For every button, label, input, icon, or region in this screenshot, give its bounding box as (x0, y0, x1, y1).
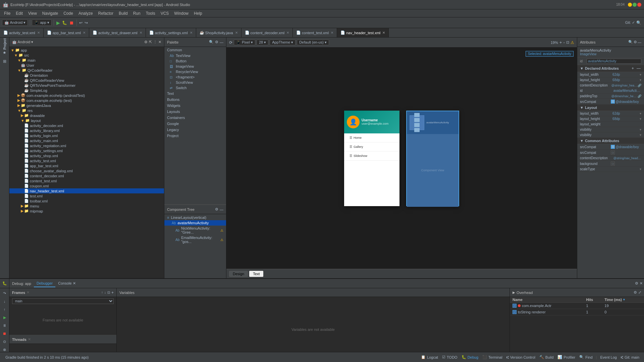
view-breakpoints-button[interactable]: ⊙ (1, 338, 8, 345)
palette-section-project[interactable]: Project (164, 133, 226, 139)
tree-item-toolbar-xml[interactable]: 📄 toolbar.xml (9, 198, 164, 203)
menu-file[interactable]: File (1, 10, 13, 16)
tab-close-icon[interactable]: ✕ (190, 31, 193, 35)
step-into-button[interactable]: ↓ (1, 298, 8, 305)
link-icon[interactable]: 🔗 (638, 84, 641, 87)
design-tab[interactable]: Design (229, 271, 248, 277)
tree-item-activity-shop-xml[interactable]: 📄 activity_shop.xml (9, 153, 164, 158)
tree-item-res[interactable]: ▼ 📁 res (9, 108, 164, 113)
tree-item-main[interactable]: ▼ 📁 main (9, 58, 164, 63)
palette-section-layouts[interactable]: Layouts (164, 109, 226, 115)
attr-value[interactable]: @drawable/boy (615, 100, 641, 104)
tree-item-activity-library-xml[interactable]: 📄 activity_library.xml (9, 128, 164, 133)
tree-item-mipmap[interactable]: ▶ 📁 mipmap (9, 208, 164, 214)
dropdown-icon[interactable]: ▾ (640, 133, 641, 137)
menu-edit[interactable]: Edit (13, 10, 25, 16)
add-attr-button[interactable]: + (631, 66, 635, 71)
tree-item-activity-settings-xml[interactable]: 📄 activity_settings.xml (9, 148, 164, 153)
menu-refactor[interactable]: Refactor (96, 10, 116, 16)
zoom-in-button[interactable]: + (559, 40, 562, 45)
tree-item-qrcodereaderview[interactable]: ☕ QRCodeReaderView (9, 78, 164, 83)
tree-item-content-test-xml[interactable]: 📄 content_test.xml (9, 178, 164, 183)
status-profiler[interactable]: 📊 Profiler (555, 355, 577, 359)
menu-code[interactable]: Code (61, 10, 76, 16)
palette-section-text[interactable]: Text (164, 90, 226, 97)
attr-value[interactable]: @dimen/nav_header_vert (611, 95, 638, 98)
tab-activity-test-xml[interactable]: 📄 activity_test.xml ✕ (0, 28, 44, 38)
palette-settings-button[interactable]: ⚙ (215, 40, 218, 44)
checkbox-2[interactable]: ✓ (513, 310, 517, 314)
menu-run[interactable]: Run (130, 10, 143, 16)
project-selector[interactable]: 📱 app ▾ (32, 19, 51, 26)
text-tab[interactable]: Text (249, 271, 263, 277)
palette-item-fragment[interactable]: ⊡ <fragment> (164, 74, 226, 80)
palette-item-recyclerview[interactable]: ≡ RecyclerView (164, 69, 226, 74)
palette-section-google[interactable]: Google (164, 121, 226, 127)
debug-tab-debugger[interactable]: Debugger (34, 280, 55, 287)
menu-navigate[interactable]: Navigate (40, 10, 61, 16)
menu-analyze[interactable]: Analyze (76, 10, 96, 16)
attr-value[interactable]: @string/nav_header_desc (613, 157, 641, 160)
attr-value[interactable]: @string/nav_header_desc (611, 84, 638, 87)
undo-button[interactable]: ↩ (78, 20, 83, 26)
dropdown-icon[interactable]: ▾ (640, 128, 641, 131)
tab-nav-header-test-xml[interactable]: 📄 nav_header_test.xml ✕ (337, 28, 389, 38)
tab-activity-settings-xml[interactable]: 📄 activity_settings.xml ✕ (146, 28, 196, 38)
favorites-icon[interactable]: ★ (1, 49, 8, 56)
tab-close-icon[interactable]: ✕ (331, 31, 333, 35)
tree-item-drawable[interactable]: ▶ 📁 drawable (9, 113, 164, 118)
checkbox-1[interactable]: ✓ (513, 304, 517, 308)
frames-move-up[interactable]: ↑ (101, 291, 103, 294)
attr-value[interactable]: 68dp (612, 78, 640, 82)
status-todo[interactable]: ☑ TODO (440, 355, 460, 359)
tab-shop-activity-java[interactable]: ☕ ShopActivity.java ✕ (196, 28, 241, 38)
tree-item-qrcode-reader[interactable]: ▼ 📁 QrCodeReader (9, 68, 164, 73)
tab-close-icon[interactable]: ✕ (286, 31, 289, 35)
run-button[interactable]: ▶ (56, 19, 61, 26)
attr-value[interactable]: 62dp (612, 112, 640, 115)
tree-item-ecohelp-androidtest[interactable]: ▶ 📦 com.example.ecohelp (androidTest) (9, 93, 164, 98)
tab-close-icon[interactable]: ✕ (235, 31, 238, 35)
design-canvas[interactable]: 👤 Username user@example.com ☰ Home (226, 48, 577, 269)
pause-button[interactable]: ⏸ (1, 322, 8, 329)
close-panel-icon[interactable]: ✕ (158, 40, 161, 44)
menu-build[interactable]: Build (116, 10, 130, 16)
fit-screen-button[interactable]: ⊡ (566, 40, 569, 45)
dropdown-icon[interactable]: ▾ (640, 73, 641, 76)
palette-item-textview[interactable]: Ab TextView (164, 53, 226, 58)
zoom-out-button[interactable]: - (564, 40, 565, 45)
menu-window[interactable]: Window (171, 10, 191, 16)
menu-help[interactable]: Help (191, 10, 205, 16)
status-build[interactable]: 🔨 Build (537, 355, 555, 359)
git-branch[interactable]: ⑆ Git: main (619, 355, 641, 359)
tab-close-icon[interactable]: ✕ (382, 31, 385, 35)
dropdown-icon[interactable]: ▾ (640, 112, 641, 115)
maximize-button[interactable] (633, 3, 637, 7)
tree-item-test-xml[interactable]: 📄 test.xml (9, 193, 164, 198)
theme-dropdown[interactable]: AppTheme ▾ (270, 40, 296, 45)
palette-section-containers[interactable]: Containers (164, 115, 226, 121)
comp-tree-close-button[interactable]: — (220, 207, 223, 212)
status-version-control[interactable]: ⑆ Version Control (504, 355, 537, 359)
search-everywhere-button[interactable]: 🔍 (636, 20, 642, 26)
status-event-log[interactable]: Event Log (598, 355, 619, 359)
palette-section-buttons[interactable]: Buttons (164, 97, 226, 103)
debug-tab-console[interactable]: Console ✕ (55, 280, 78, 287)
minimize-button[interactable] (628, 3, 632, 7)
palette-section-legacy[interactable]: Legacy (164, 127, 226, 133)
attr-id-input[interactable] (587, 59, 641, 64)
palette-item-button[interactable]: □ Button (164, 58, 226, 64)
comp-tree-avatar-menu-activity[interactable]: Ab avatarMenuActivity (164, 220, 226, 226)
dropdown-icon[interactable]: ▾ (640, 167, 641, 171)
sync-icon[interactable]: ⚙ (144, 40, 148, 44)
common-attributes-section[interactable]: ▼ Common Attributes (577, 138, 644, 144)
settings-icon[interactable]: ⋮ (153, 40, 157, 44)
palette-item-scrollview[interactable]: ↕ ScrollView (164, 80, 226, 85)
debug-settings-button[interactable]: ⚙ (635, 281, 638, 286)
comp-tree-nick-menu-activity[interactable]: Ab NickMenuActivity: "Gree... ⚠ (164, 226, 226, 235)
tree-item-nav-header-test-xml[interactable]: 📄 nav_header_test.xml (9, 188, 164, 193)
overhead-maximize-button[interactable]: ⤢ (638, 290, 641, 295)
resume-button[interactable]: ▶ (1, 314, 8, 321)
status-logcat[interactable]: 📋 Logcat (419, 355, 440, 359)
overhead-settings-button[interactable]: ⚙ (634, 290, 637, 295)
